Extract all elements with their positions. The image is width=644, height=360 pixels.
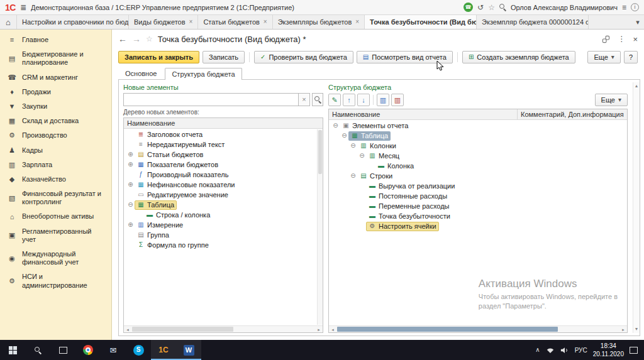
window-tab[interactable]: Точка безубыточности (Вид бюдж... × xyxy=(365,15,477,29)
sidebar-item[interactable]: ▧ Финансовый результат и контроллинг xyxy=(0,187,111,209)
expand-toggle-icon[interactable]: ⊕ xyxy=(126,182,135,188)
structure-more-button[interactable]: Еще▾ xyxy=(595,94,628,106)
save-and-close-button[interactable]: Записать и закрыть xyxy=(118,51,199,63)
tree-item[interactable]: ▬Переменные расходы xyxy=(329,201,627,211)
horizontal-scrollbar[interactable]: ◂ ▸ xyxy=(329,325,627,332)
main-menu-icon[interactable]: ≣ xyxy=(20,4,26,11)
skype-taskbar-button[interactable]: S xyxy=(126,340,151,360)
scroll-down-icon[interactable]: ▾ xyxy=(635,327,638,332)
move-up-button[interactable]: ↑ xyxy=(343,94,355,106)
tree-item[interactable]: ▭Редактируемое значение xyxy=(124,190,323,200)
search-button[interactable] xyxy=(312,93,323,106)
tree-item[interactable]: ≣Заголовок отчета xyxy=(124,129,323,139)
window-tab[interactable]: Настройки и справочники по бюдж... × xyxy=(17,15,129,29)
info-button[interactable]: i xyxy=(631,3,639,11)
form-vertical-scrollbar[interactable]: ▴ ▾ xyxy=(633,82,640,333)
tray-expand-icon[interactable]: ∧ xyxy=(535,347,540,353)
tree-item[interactable]: ⊕ ▥Измерение xyxy=(124,220,323,230)
volume-icon[interactable] xyxy=(560,347,569,354)
scroll-left-icon[interactable]: ◂ xyxy=(124,327,131,332)
sidebar-item[interactable]: ⌂ Внеоборотные активы xyxy=(0,209,111,224)
word-taskbar-button[interactable]: W xyxy=(176,340,201,360)
more-menu-icon[interactable]: ⋮ xyxy=(618,35,625,43)
1c-taskbar-button[interactable]: 1С xyxy=(151,340,176,360)
clear-search-button[interactable]: × xyxy=(299,93,310,106)
chrome-taskbar-button[interactable] xyxy=(75,340,101,360)
add-to-favorites-icon[interactable]: ☆ xyxy=(146,35,153,43)
sidebar-item[interactable]: ◉ Международный финансовый учет xyxy=(0,247,111,270)
support-button[interactable]: ☎ xyxy=(464,3,473,12)
tree-item[interactable]: ⊕ ▤Статьи бюджетов xyxy=(124,150,323,160)
mail-taskbar-button[interactable]: ✉ xyxy=(101,340,126,360)
tree-item[interactable]: ▤Группа xyxy=(124,230,323,240)
home-tab-button[interactable]: ⌂ xyxy=(0,15,17,29)
move-down-button[interactable]: ↓ xyxy=(357,94,370,106)
sidebar-item[interactable]: ◆ Казначейство xyxy=(0,172,111,187)
form-tab[interactable]: Структура бюджета xyxy=(165,68,242,80)
window-tab[interactable]: Виды бюджетов × xyxy=(129,15,198,29)
tree-item[interactable]: ▬Выручка от реализации xyxy=(329,181,627,191)
tree-item[interactable]: ⚙Настроить ячейки xyxy=(329,221,627,231)
favorites-icon[interactable]: ☆ xyxy=(488,4,495,11)
view-report-button[interactable]: ▤Посмотреть вид отчета xyxy=(357,51,453,63)
new-elements-search-input[interactable] xyxy=(123,93,299,106)
tree-item[interactable]: ⊖ ▦Таблица xyxy=(329,131,627,141)
window-tab[interactable]: Экземпляр бюджета 000000124 о... × xyxy=(477,15,589,29)
tree-item[interactable]: ▬Постоянные расходы xyxy=(329,191,627,201)
action-center-icon[interactable] xyxy=(630,347,638,354)
expand-toggle-icon[interactable]: ⊖ xyxy=(331,123,340,129)
tab-overflow-button[interactable]: ▾ xyxy=(631,15,644,29)
tree-item[interactable]: ⊕ ▦Показатели бюджетов xyxy=(124,160,323,170)
start-button[interactable] xyxy=(0,340,25,360)
clock[interactable]: 18:34 20.11.2020 xyxy=(593,342,624,358)
create-budget-instance-button[interactable]: ⊞Создать экземпляр бюджета xyxy=(462,51,575,63)
history-icon[interactable]: ↺ xyxy=(477,4,484,11)
get-link-icon[interactable] xyxy=(602,35,610,43)
scroll-left-icon[interactable]: ◂ xyxy=(329,327,336,332)
tree-item[interactable]: ⊖ ▥Колонки xyxy=(329,141,627,151)
expand-toggle-icon[interactable]: ⊖ xyxy=(349,143,357,149)
more-button[interactable]: Еще▾ xyxy=(587,51,620,63)
vertical-scrollbar[interactable] xyxy=(317,129,323,325)
task-view-button[interactable] xyxy=(50,340,75,360)
tree-item[interactable]: ▬Колонка xyxy=(329,161,627,171)
sidebar-item[interactable]: ▦ Склад и доставка xyxy=(0,114,111,128)
tree-item[interactable]: ΣФормула по группе xyxy=(124,240,323,250)
tree-item[interactable]: ƒПроизводный показатель xyxy=(124,170,323,180)
language-indicator[interactable]: РУС xyxy=(575,347,587,354)
sidebar-item[interactable]: ⚙ НСИ и администрирование xyxy=(0,270,111,292)
expand-toggle-icon[interactable]: ⊖ xyxy=(358,153,366,159)
save-settings-button[interactable]: ▥ xyxy=(391,94,404,106)
sidebar-item[interactable]: ☎ CRM и маркетинг xyxy=(0,70,111,85)
back-button[interactable]: ← xyxy=(118,35,127,43)
tree-item[interactable]: ⊖ ▥Месяц xyxy=(329,151,627,161)
tree-item[interactable]: ⊕ ▦Нефинансовые показатели xyxy=(124,180,323,190)
window-tab[interactable]: Экземпляры бюджетов × xyxy=(273,15,365,29)
tree-item[interactable]: ⊖ ▦Таблица xyxy=(124,200,323,210)
tree-item[interactable]: ≡Нередактируемый текст xyxy=(124,139,323,150)
expand-toggle-icon[interactable]: ⊕ xyxy=(126,161,135,168)
tab-close-icon[interactable]: × xyxy=(355,19,359,25)
expand-toggle-icon[interactable]: ⊖ xyxy=(126,202,135,208)
sidebar-item[interactable]: ⚙ Производство xyxy=(0,128,111,143)
sidebar-item[interactable]: ♦ Продажи xyxy=(0,85,111,99)
tree-item[interactable]: ⊖ ▤Строки xyxy=(329,171,627,181)
form-tab[interactable]: Основное xyxy=(118,67,164,79)
horizontal-scrollbar[interactable]: ◂ ▸ xyxy=(124,325,323,332)
edit-element-button[interactable]: ✎ xyxy=(328,94,341,106)
load-settings-button[interactable]: ▥ xyxy=(377,94,389,106)
expand-toggle-icon[interactable]: ⊕ xyxy=(126,222,135,228)
sidebar-item[interactable]: ▥ Зарплата xyxy=(0,158,111,172)
functions-menu-icon[interactable]: ≡ xyxy=(622,4,626,11)
sidebar-item[interactable]: ▣ Регламентированный учет xyxy=(0,224,111,247)
tree-item[interactable]: ⊖ ▣Элементы отчета xyxy=(329,121,627,131)
check-budget-kind-button[interactable]: ✓Проверить вид бюджета xyxy=(254,51,353,63)
expand-toggle-icon[interactable]: ⊖ xyxy=(349,173,357,179)
scroll-right-icon[interactable]: ▸ xyxy=(619,327,627,332)
tab-close-icon[interactable]: × xyxy=(189,19,193,25)
tree-item[interactable]: ▬Точка безубыточности xyxy=(329,211,627,221)
expand-toggle-icon[interactable]: ⊕ xyxy=(126,151,135,158)
current-user[interactable]: Орлов Александр Владимирович xyxy=(511,4,618,11)
forward-button[interactable]: → xyxy=(132,35,141,43)
expand-toggle-icon[interactable]: ⊖ xyxy=(340,133,348,139)
